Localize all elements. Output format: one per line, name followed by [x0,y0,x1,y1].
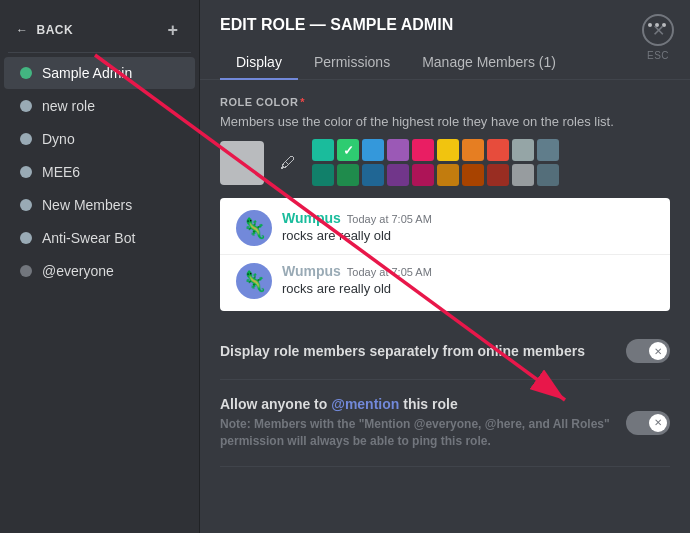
color-swatch[interactable] [537,164,559,186]
toggle-row-allow-mention: Allow anyone to @mention this roleNote: … [220,380,670,467]
sidebar-item-sample-admin[interactable]: Sample Admin [4,57,195,89]
color-swatch[interactable] [537,139,559,161]
toggle-knob: ✕ [649,342,667,360]
role-dot [20,199,32,211]
main-body: ROLE COLOR* Members use the color of the… [200,80,690,533]
back-label: BACK [37,23,74,37]
toggle-switch-display-separately[interactable]: ✕ [626,339,670,363]
role-color-section: ROLE COLOR* Members use the color of the… [220,96,670,186]
role-dot [20,166,32,178]
add-role-button[interactable]: + [163,20,183,40]
color-swatch[interactable] [512,139,534,161]
message-text: rocks are really old [282,228,654,243]
sidebar-item-label: New Members [42,197,132,213]
main-header: EDIT ROLE — SAMPLE ADMIN DisplayPermissi… [200,0,690,80]
role-dot [20,133,32,145]
message-text: rocks are really old [282,281,654,296]
sidebar-item-everyone[interactable]: @everyone [4,255,195,287]
avatar: 🦎 [236,263,272,299]
role-dot [20,265,32,277]
message-header: Wumpus Today at 7:05 AM [282,210,654,226]
color-swatch[interactable] [312,139,334,161]
mention-text: @mention [331,396,399,412]
color-swatch[interactable] [512,164,534,186]
color-swatch[interactable] [362,164,384,186]
sidebar-items-list: Sample Admin new role Dyno MEE6 New Memb… [0,57,199,287]
toggle-row-display-separately: Display role members separately from onl… [220,323,670,380]
toggle-text: Display role members separately from onl… [220,343,626,359]
color-swatch[interactable] [462,139,484,161]
sidebar-item-label: MEE6 [42,164,80,180]
chat-message: 🦎 Wumpus Today at 7:05 AM rocks are real… [236,263,654,299]
color-swatch[interactable] [412,164,434,186]
close-button-container: ✕ ESC [642,14,674,61]
role-dot [20,100,32,112]
page-title: EDIT ROLE — SAMPLE ADMIN [220,16,670,34]
back-arrow-icon: ← [16,23,29,37]
color-swatch[interactable] [412,139,434,161]
color-row-1 [312,139,559,161]
sidebar: ← BACK + Sample Admin new role Dyno MEE6… [0,0,200,533]
message-timestamp: Today at 7:05 AM [347,266,432,278]
sidebar-item-label: Dyno [42,131,75,147]
color-swatch[interactable] [437,139,459,161]
color-swatch[interactable] [337,139,359,161]
toggle-text: Allow anyone to @mention this roleNote: … [220,396,626,450]
color-swatch[interactable] [462,164,484,186]
color-swatch[interactable] [437,164,459,186]
toggle-sublabel: Note: Members with the "Mention @everyon… [220,416,626,450]
toggle-label: Display role members separately from onl… [220,343,585,359]
chat-preview: 🦎 Wumpus Today at 7:05 AM rocks are real… [220,198,670,311]
role-color-label: ROLE COLOR* [220,96,670,108]
tabs: DisplayPermissionsManage Members (1) [220,46,670,79]
sidebar-item-label: Anti-Swear Bot [42,230,135,246]
sidebar-item-dyno[interactable]: Dyno [4,123,195,155]
toggle-knob: ✕ [649,414,667,432]
eyedropper-button[interactable]: 🖊 [274,149,302,177]
sidebar-item-anti-swear-bot[interactable]: Anti-Swear Bot [4,222,195,254]
color-row-2 [312,164,559,186]
sidebar-item-new-role[interactable]: new role [4,90,195,122]
role-dot [20,67,32,79]
color-swatch[interactable] [387,139,409,161]
message-content: Wumpus Today at 7:05 AM rocks are really… [282,263,654,299]
back-button[interactable]: ← BACK + [0,12,199,48]
tab-display[interactable]: Display [220,46,298,80]
tab-manage-members[interactable]: Manage Members (1) [406,46,572,80]
sidebar-item-new-members[interactable]: New Members [4,189,195,221]
esc-label: ESC [647,50,669,61]
color-swatch[interactable] [362,139,384,161]
toggle-switch-allow-mention[interactable]: ✕ [626,411,670,435]
color-swatch[interactable] [387,164,409,186]
avatar: 🦎 [236,210,272,246]
sidebar-divider [8,52,191,53]
sidebar-item-label: Sample Admin [42,65,132,81]
color-grid [312,139,559,186]
sidebar-item-label: @everyone [42,263,114,279]
required-marker: * [300,96,305,108]
message-timestamp: Today at 7:05 AM [347,213,432,225]
sidebar-item-mee6[interactable]: MEE6 [4,156,195,188]
tab-permissions[interactable]: Permissions [298,46,406,80]
sidebar-item-label: new role [42,98,95,114]
toggle-label: Allow anyone to @mention this role [220,396,458,412]
chat-message: 🦎 Wumpus Today at 7:05 AM rocks are real… [236,210,654,246]
color-swatch[interactable] [337,164,359,186]
color-preview[interactable] [220,141,264,185]
message-header: Wumpus Today at 7:05 AM [282,263,654,279]
color-swatch[interactable] [487,139,509,161]
color-swatch[interactable] [312,164,334,186]
toggles-container: Display role members separately from onl… [220,323,670,467]
message-username: Wumpus [282,210,341,226]
role-color-description: Members use the color of the highest rol… [220,114,670,129]
color-swatch[interactable] [487,164,509,186]
message-content: Wumpus Today at 7:05 AM rocks are really… [282,210,654,246]
main-content: EDIT ROLE — SAMPLE ADMIN DisplayPermissi… [200,0,690,533]
message-username: Wumpus [282,263,341,279]
close-button[interactable]: ✕ [642,14,674,46]
role-dot [20,232,32,244]
color-picker-row: 🖊 [220,139,670,186]
